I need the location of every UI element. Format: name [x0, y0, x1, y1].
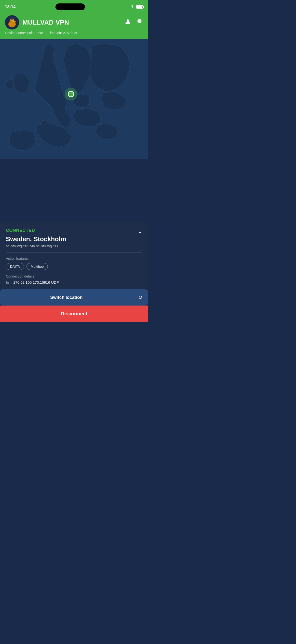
map-pin-dot [68, 91, 74, 97]
active-features-label: Active features [6, 257, 142, 260]
connection-ip-row: In 170.62.100.170:15916 UDP [6, 280, 142, 284]
app-header: MULLVAD VPN Device name: Polite Pike Tim… [0, 13, 148, 39]
panel-header: CONNECTED ⌄ [6, 228, 142, 234]
app-logo [5, 15, 19, 30]
connection-details-label: Connection details [6, 274, 142, 278]
disconnect-button[interactable]: Disconnect [0, 306, 148, 322]
switch-location-button[interactable]: Switch location [0, 289, 133, 306]
signal-icon: ··· [125, 6, 128, 8]
in-label: In [6, 280, 11, 284]
header-subtitle: Device name: Polite Pike Time left: 276 … [5, 31, 143, 35]
device-name: Device name: Polite Pike [5, 31, 43, 35]
header-actions [124, 18, 143, 27]
svg-point-5 [13, 20, 13, 21]
svg-point-7 [127, 20, 129, 22]
dynamic-island [55, 4, 85, 10]
feature-badge-daita: DAITA [6, 263, 24, 270]
status-time: 13:14 [5, 4, 15, 9]
wifi-icon [130, 4, 135, 9]
refresh-button[interactable]: ↺ [133, 289, 148, 306]
server-detail: se-sto-wg-203 via se-sto-wg-208 [6, 244, 142, 248]
action-buttons: Switch location ↺ [0, 289, 148, 306]
connected-location: Sweden, Stockholm [6, 235, 142, 243]
ip-address: 170.62.100.170:15916 UDP [13, 280, 59, 284]
panel-divider [6, 252, 142, 253]
status-icons: ··· [125, 4, 143, 9]
chevron-down-icon[interactable]: ⌄ [138, 228, 142, 234]
status-bar: 13:14 ··· [0, 0, 148, 13]
app-title: MULLVAD VPN [22, 19, 69, 26]
refresh-icon: ↺ [138, 295, 143, 300]
map-view[interactable] [0, 39, 148, 159]
active-features: DAITA Multihop [6, 263, 142, 270]
battery-icon [136, 5, 143, 8]
account-icon[interactable] [124, 18, 131, 27]
connection-status: CONNECTED [6, 228, 35, 233]
feature-badge-multihop: Multihop [26, 263, 48, 270]
svg-rect-3 [10, 18, 13, 19]
time-left: Time left: 276 days [48, 31, 77, 35]
connection-panel: CONNECTED ⌄ Sweden, Stockholm se-sto-wg-… [0, 222, 148, 322]
map-location-pin [64, 88, 77, 100]
settings-icon[interactable] [136, 18, 143, 27]
